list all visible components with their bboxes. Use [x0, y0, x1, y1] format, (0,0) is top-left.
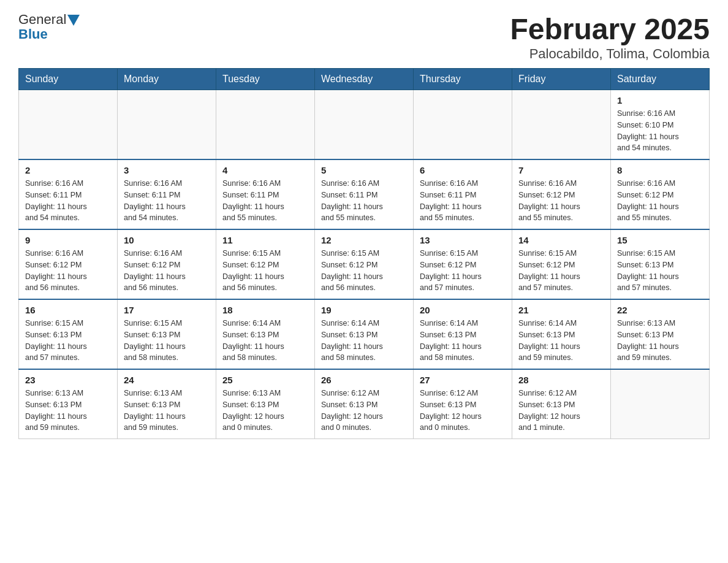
calendar-day-cell	[611, 369, 710, 439]
calendar-table: SundayMondayTuesdayWednesdayThursdayFrid…	[18, 68, 710, 439]
day-number: 8	[617, 165, 703, 175]
calendar-day-cell: 13Sunrise: 6:15 AM Sunset: 6:12 PM Dayli…	[414, 229, 512, 299]
calendar-day-cell	[315, 90, 414, 160]
day-info: Sunrise: 6:16 AM Sunset: 6:12 PM Dayligh…	[617, 178, 703, 224]
day-number: 23	[25, 375, 111, 385]
weekday-header: Monday	[118, 69, 216, 90]
calendar-day-cell	[414, 90, 512, 160]
day-number: 17	[124, 305, 210, 315]
day-number: 27	[420, 375, 506, 385]
calendar-day-cell	[216, 90, 315, 160]
calendar-week-row: 16Sunrise: 6:15 AM Sunset: 6:13 PM Dayli…	[19, 299, 710, 369]
day-info: Sunrise: 6:16 AM Sunset: 6:11 PM Dayligh…	[222, 178, 308, 224]
day-number: 19	[321, 305, 407, 315]
day-number: 15	[617, 235, 703, 245]
calendar-day-cell: 17Sunrise: 6:15 AM Sunset: 6:13 PM Dayli…	[118, 299, 216, 369]
day-info: Sunrise: 6:14 AM Sunset: 6:13 PM Dayligh…	[222, 318, 308, 364]
day-info: Sunrise: 6:16 AM Sunset: 6:11 PM Dayligh…	[420, 178, 506, 224]
calendar-day-cell: 21Sunrise: 6:14 AM Sunset: 6:13 PM Dayli…	[512, 299, 611, 369]
calendar-day-cell: 1Sunrise: 6:16 AM Sunset: 6:10 PM Daylig…	[611, 90, 710, 160]
day-info: Sunrise: 6:15 AM Sunset: 6:12 PM Dayligh…	[222, 248, 308, 294]
day-info: Sunrise: 6:15 AM Sunset: 6:12 PM Dayligh…	[420, 248, 506, 294]
calendar-day-cell	[19, 90, 118, 160]
day-number: 11	[222, 235, 308, 245]
day-number: 26	[321, 375, 407, 385]
page-title: February 2025	[510, 12, 710, 46]
day-info: Sunrise: 6:14 AM Sunset: 6:13 PM Dayligh…	[420, 318, 506, 364]
day-number: 4	[222, 165, 308, 175]
day-info: Sunrise: 6:12 AM Sunset: 6:13 PM Dayligh…	[321, 388, 407, 434]
calendar-day-cell: 27Sunrise: 6:12 AM Sunset: 6:13 PM Dayli…	[414, 369, 512, 439]
calendar-day-cell	[118, 90, 216, 160]
calendar-day-cell: 12Sunrise: 6:15 AM Sunset: 6:12 PM Dayli…	[315, 229, 414, 299]
day-info: Sunrise: 6:15 AM Sunset: 6:13 PM Dayligh…	[124, 318, 210, 364]
day-info: Sunrise: 6:13 AM Sunset: 6:13 PM Dayligh…	[25, 388, 111, 434]
weekday-header: Thursday	[414, 69, 512, 90]
calendar-week-row: 9Sunrise: 6:16 AM Sunset: 6:12 PM Daylig…	[19, 229, 710, 299]
day-number: 13	[420, 235, 506, 245]
calendar-day-cell: 28Sunrise: 6:12 AM Sunset: 6:13 PM Dayli…	[512, 369, 611, 439]
day-info: Sunrise: 6:16 AM Sunset: 6:11 PM Dayligh…	[25, 178, 111, 224]
calendar-day-cell: 5Sunrise: 6:16 AM Sunset: 6:11 PM Daylig…	[315, 159, 414, 229]
day-number: 2	[25, 165, 111, 175]
calendar-day-cell: 14Sunrise: 6:15 AM Sunset: 6:12 PM Dayli…	[512, 229, 611, 299]
day-info: Sunrise: 6:15 AM Sunset: 6:12 PM Dayligh…	[518, 248, 604, 294]
day-info: Sunrise: 6:13 AM Sunset: 6:13 PM Dayligh…	[617, 318, 703, 364]
calendar-day-cell: 4Sunrise: 6:16 AM Sunset: 6:11 PM Daylig…	[216, 159, 315, 229]
calendar-day-cell: 19Sunrise: 6:14 AM Sunset: 6:13 PM Dayli…	[315, 299, 414, 369]
day-number: 1	[617, 95, 703, 105]
day-number: 3	[124, 165, 210, 175]
calendar-day-cell: 11Sunrise: 6:15 AM Sunset: 6:12 PM Dayli…	[216, 229, 315, 299]
calendar-day-cell: 18Sunrise: 6:14 AM Sunset: 6:13 PM Dayli…	[216, 299, 315, 369]
calendar-day-cell: 2Sunrise: 6:16 AM Sunset: 6:11 PM Daylig…	[19, 159, 118, 229]
day-number: 12	[321, 235, 407, 245]
day-info: Sunrise: 6:16 AM Sunset: 6:10 PM Dayligh…	[617, 108, 703, 154]
day-info: Sunrise: 6:16 AM Sunset: 6:11 PM Dayligh…	[321, 178, 407, 224]
day-info: Sunrise: 6:15 AM Sunset: 6:12 PM Dayligh…	[321, 248, 407, 294]
day-number: 20	[420, 305, 506, 315]
calendar-day-cell: 23Sunrise: 6:13 AM Sunset: 6:13 PM Dayli…	[19, 369, 118, 439]
day-number: 16	[25, 305, 111, 315]
weekday-header: Saturday	[611, 69, 710, 90]
day-number: 14	[518, 235, 604, 245]
calendar-day-cell: 7Sunrise: 6:16 AM Sunset: 6:12 PM Daylig…	[512, 159, 611, 229]
title-block: February 2025 Palocabildo, Tolima, Colom…	[510, 12, 710, 62]
day-number: 21	[518, 305, 604, 315]
day-number: 7	[518, 165, 604, 175]
page-subtitle: Palocabildo, Tolima, Colombia	[510, 46, 710, 62]
weekday-header: Wednesday	[315, 69, 414, 90]
logo-blue-text: Blue	[18, 27, 80, 42]
day-number: 22	[617, 305, 703, 315]
weekday-header: Tuesday	[216, 69, 315, 90]
day-info: Sunrise: 6:14 AM Sunset: 6:13 PM Dayligh…	[321, 318, 407, 364]
day-info: Sunrise: 6:16 AM Sunset: 6:12 PM Dayligh…	[25, 248, 111, 294]
calendar-day-cell	[512, 90, 611, 160]
weekday-header: Sunday	[19, 69, 118, 90]
day-info: Sunrise: 6:15 AM Sunset: 6:13 PM Dayligh…	[617, 248, 703, 294]
day-info: Sunrise: 6:14 AM Sunset: 6:13 PM Dayligh…	[518, 318, 604, 364]
calendar-day-cell: 15Sunrise: 6:15 AM Sunset: 6:13 PM Dayli…	[611, 229, 710, 299]
day-info: Sunrise: 6:16 AM Sunset: 6:12 PM Dayligh…	[518, 178, 604, 224]
calendar-day-cell: 22Sunrise: 6:13 AM Sunset: 6:13 PM Dayli…	[611, 299, 710, 369]
day-info: Sunrise: 6:13 AM Sunset: 6:13 PM Dayligh…	[124, 388, 210, 434]
page-header: General Blue February 2025 Palocabildo, …	[18, 12, 710, 62]
calendar-week-row: 2Sunrise: 6:16 AM Sunset: 6:11 PM Daylig…	[19, 159, 710, 229]
day-info: Sunrise: 6:15 AM Sunset: 6:13 PM Dayligh…	[25, 318, 111, 364]
calendar-day-cell: 24Sunrise: 6:13 AM Sunset: 6:13 PM Dayli…	[118, 369, 216, 439]
weekday-header: Friday	[512, 69, 611, 90]
day-info: Sunrise: 6:13 AM Sunset: 6:13 PM Dayligh…	[222, 388, 308, 434]
day-info: Sunrise: 6:12 AM Sunset: 6:13 PM Dayligh…	[420, 388, 506, 434]
day-number: 5	[321, 165, 407, 175]
calendar-week-row: 23Sunrise: 6:13 AM Sunset: 6:13 PM Dayli…	[19, 369, 710, 439]
day-number: 24	[124, 375, 210, 385]
day-number: 6	[420, 165, 506, 175]
day-info: Sunrise: 6:12 AM Sunset: 6:13 PM Dayligh…	[518, 388, 604, 434]
calendar-week-row: 1Sunrise: 6:16 AM Sunset: 6:10 PM Daylig…	[19, 90, 710, 160]
svg-marker-0	[67, 15, 80, 26]
logo-general-text: General	[18, 12, 66, 27]
day-number: 25	[222, 375, 308, 385]
calendar-header-row: SundayMondayTuesdayWednesdayThursdayFrid…	[19, 69, 710, 90]
calendar-day-cell: 8Sunrise: 6:16 AM Sunset: 6:12 PM Daylig…	[611, 159, 710, 229]
calendar-day-cell: 26Sunrise: 6:12 AM Sunset: 6:13 PM Dayli…	[315, 369, 414, 439]
day-info: Sunrise: 6:16 AM Sunset: 6:11 PM Dayligh…	[124, 178, 210, 224]
